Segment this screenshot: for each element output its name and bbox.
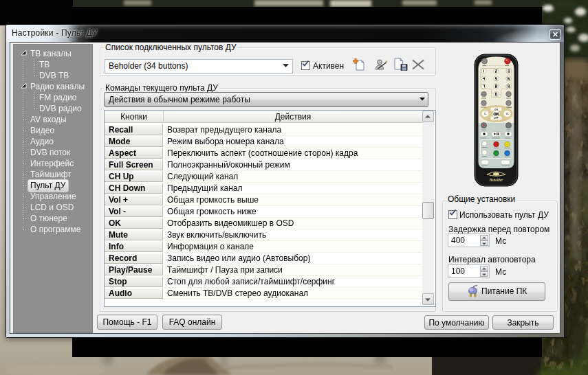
svg-text:V+: V+ [506, 113, 509, 115]
svg-text:Beholder: Beholder [489, 178, 504, 182]
svg-text:OK: OK [493, 112, 499, 116]
svg-text:CH: CH [494, 109, 497, 111]
svg-text:OFF: OFF [494, 117, 499, 120]
svg-text:V-: V- [484, 113, 486, 115]
